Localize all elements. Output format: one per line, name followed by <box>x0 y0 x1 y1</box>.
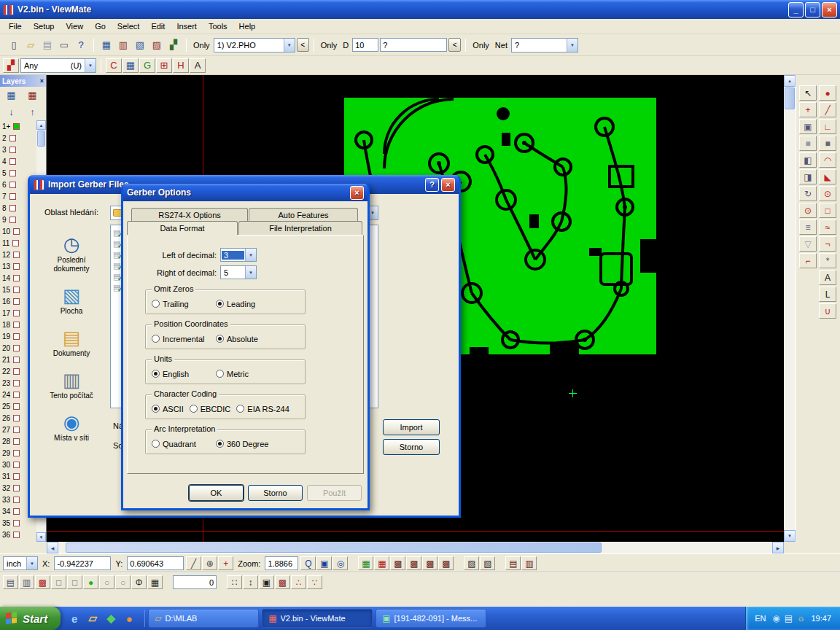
gerber-options-title-bar[interactable]: Gerber Options × <box>123 184 368 201</box>
scrollbar-track[interactable] <box>58 542 772 553</box>
draw-line-icon[interactable]: ╱ <box>819 102 836 117</box>
layer-color-swatch[interactable] <box>9 135 16 141</box>
place-my-computer[interactable]: ▥Tento počítač <box>39 365 104 407</box>
selection-box-icon[interactable]: ▣ <box>799 119 817 134</box>
draw-arc-icon[interactable]: ◠ <box>819 152 836 168</box>
mirror-vertical-icon[interactable]: ◨ <box>799 169 817 184</box>
radio-circle[interactable] <box>236 405 244 413</box>
radio-circle[interactable] <box>216 300 224 308</box>
layer-color-swatch[interactable] <box>13 228 20 235</box>
layer-row-4[interactable]: 4 <box>0 155 36 167</box>
radio-ascii[interactable]: ASCII <box>152 405 184 413</box>
origin-target-icon[interactable]: ⊕ <box>202 556 217 570</box>
language-indicator[interactable]: EN <box>755 614 766 623</box>
cross-icon[interactable]: + <box>218 556 233 570</box>
layer-color-swatch[interactable] <box>13 438 20 445</box>
layer-color-swatch[interactable] <box>13 497 20 503</box>
scroll-right-icon[interactable]: ▶ <box>772 542 784 553</box>
layer-color-swatch[interactable] <box>13 368 20 375</box>
layer-color-swatch[interactable] <box>13 403 20 410</box>
radio-circle[interactable] <box>216 335 224 343</box>
task-mlab[interactable]: ▱D:\MLAB <box>148 609 259 628</box>
layer-color-swatch[interactable] <box>13 333 20 340</box>
update-tray-icon[interactable]: ☼ <box>795 611 806 626</box>
table-icon[interactable]: ▦ <box>147 575 163 589</box>
settings-asterisk-icon[interactable]: * <box>819 253 836 268</box>
lamp-off-icon-2[interactable]: ○ <box>115 575 131 589</box>
tab-data-format[interactable]: Data Format <box>127 221 238 235</box>
radio-circle[interactable] <box>190 405 198 413</box>
layer-color-swatch[interactable] <box>13 123 20 130</box>
layer-down-icon[interactable]: ↓ <box>1 105 21 119</box>
import-button[interactable]: Import <box>383 419 440 435</box>
zoom-field[interactable]: 1.8866 <box>265 556 298 570</box>
minimize-button[interactable]: _ <box>788 2 804 18</box>
layer-color-swatch[interactable] <box>13 450 20 456</box>
dropdown-icon[interactable]: ▼ <box>567 39 578 52</box>
draw-zigzag-icon[interactable]: ≈ <box>819 219 836 235</box>
layer-color-swatch[interactable] <box>13 508 20 515</box>
draw-corner-icon[interactable]: ¬ <box>819 236 836 252</box>
letter-l-tool-icon[interactable]: L <box>819 287 836 302</box>
scrollbar-thumb[interactable] <box>66 542 602 553</box>
layer-color-swatch[interactable] <box>13 485 20 491</box>
scrollbar-thumb[interactable] <box>37 131 45 147</box>
layer-color-swatch[interactable] <box>13 427 20 433</box>
scroll-down-icon[interactable]: ▼ <box>36 532 46 542</box>
net-filter-combo[interactable]: ? ▼ <box>511 38 578 52</box>
radio-metric[interactable]: Metric <box>216 370 249 378</box>
gerber-options-close-button[interactable]: × <box>350 186 364 200</box>
close-button[interactable]: × <box>822 2 837 18</box>
mixed-grid-icon-1[interactable]: ▤ <box>505 556 521 570</box>
layer-table-red-icon[interactable]: ▦ <box>23 88 42 102</box>
layer-color-swatch[interactable] <box>13 532 20 538</box>
dropdown-icon[interactable]: ▼ <box>85 59 96 72</box>
layer-color-swatch[interactable] <box>9 217 16 223</box>
draw-filled-rect-icon[interactable]: ■ <box>819 136 836 151</box>
task-viewmate[interactable]: ▦V2.bin - ViewMate <box>262 609 373 628</box>
dotted-grid-icon[interactable]: ∷ <box>227 575 242 589</box>
tab-file-interpretation[interactable]: File Interpretation <box>238 221 362 235</box>
layer-row-2[interactable]: 2 <box>0 132 36 144</box>
menu-tools[interactable]: Tools <box>203 20 233 32</box>
radio-eia-rs-244[interactable]: EIA RS-244 <box>236 405 289 413</box>
help-button[interactable]: ? <box>425 178 439 192</box>
letter-g-icon[interactable]: G <box>139 58 155 73</box>
draw-u-shape-icon[interactable]: ∪ <box>819 303 836 319</box>
radio-360-degree[interactable]: 360 Degree <box>216 440 269 448</box>
grid-red-blue-icon[interactable]: ▦ <box>122 58 139 73</box>
zoom-in-icon[interactable]: Q <box>300 556 316 570</box>
right-of-decimal-combo[interactable]: 5 ▼ <box>220 265 257 279</box>
cancel-button[interactable]: Storno <box>248 485 303 501</box>
measure-diagonal-icon[interactable]: ╱ <box>186 556 201 570</box>
target-icon[interactable]: ⊙ <box>799 203 817 218</box>
pattern-icon-1[interactable]: ▨ <box>464 556 479 570</box>
start-button[interactable]: Start <box>0 607 61 630</box>
highlight-selection-icon[interactable]: ▞ <box>3 58 19 73</box>
open-folder-icon[interactable]: ▱ <box>23 38 39 52</box>
layer-color-swatch[interactable] <box>13 473 20 480</box>
radio-circle[interactable] <box>152 335 160 343</box>
previous-dcode-button[interactable]: < <box>448 38 461 52</box>
save-icon[interactable]: ▤ <box>39 38 55 52</box>
layer-row-3[interactable]: 3 <box>0 144 36 155</box>
radio-circle[interactable] <box>152 370 160 378</box>
menu-edit[interactable]: Edit <box>145 20 171 32</box>
task-messenger[interactable]: ▣[191-482-091] - Mess... <box>376 609 486 628</box>
net-pattern-icon[interactable]: ▨ <box>149 38 165 52</box>
layer-color-swatch[interactable] <box>13 263 20 270</box>
radio-circle[interactable] <box>216 440 224 448</box>
layer-row-35[interactable]: 35 <box>0 517 36 529</box>
layer-color-swatch[interactable] <box>13 415 20 421</box>
draw-triangle-icon[interactable]: ◣ <box>819 169 836 184</box>
dark-grid-icon-3[interactable]: ▩ <box>422 556 438 570</box>
frame-icon-1[interactable]: □ <box>51 575 66 589</box>
dcode-label[interactable]: D <box>341 41 351 50</box>
layers-stack-icon[interactable]: ▤ <box>3 575 18 589</box>
only-dcode-label[interactable]: Only <box>319 41 340 50</box>
pattern-red-icon[interactable]: ▩ <box>275 575 290 589</box>
rotate-icon[interactable]: ↻ <box>799 186 817 201</box>
folder-shortcut-icon[interactable]: ▱ <box>86 611 99 626</box>
radio-circle[interactable] <box>152 440 160 448</box>
layer-color-swatch[interactable] <box>12 240 19 246</box>
